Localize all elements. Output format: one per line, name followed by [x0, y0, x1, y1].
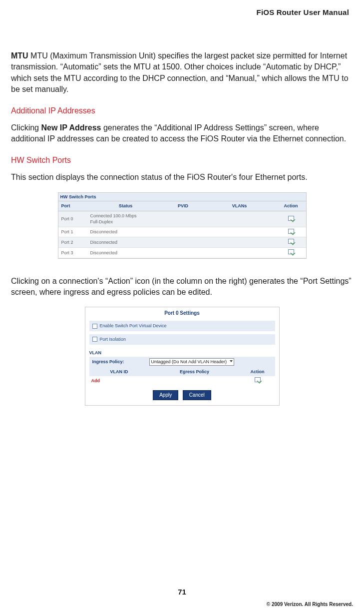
port-settings-panel: Port 0 Settings Enable Switch Port Virtu… — [85, 307, 280, 406]
ingress-policy-dropdown[interactable]: Untagged (Do Not Add VLAN Header) — [149, 358, 235, 366]
cell-pvid — [163, 211, 203, 227]
heading-hw-switch-ports: HW Switch Ports — [11, 155, 353, 166]
mtu-paragraph: MTU MTU (Maximum Transmission Unit) spec… — [11, 50, 353, 95]
ingress-policy-label: Ingress Policy: — [92, 359, 124, 365]
cell-status: Disconnected — [88, 248, 163, 258]
table-title: HW Switch Ports — [58, 193, 306, 202]
col-status: Status — [88, 201, 163, 211]
additional-ip-paragraph: Clicking New IP Address generates the “A… — [11, 122, 353, 145]
table-row: Port 3 Disconnected — [58, 248, 306, 258]
table-row: Port 1 Disconnected — [58, 227, 306, 237]
copyright: © 2009 Verizon. All Rights Reserved. — [267, 602, 353, 607]
option-label: Port Isolation — [100, 336, 126, 343]
cell-status: Disconnected — [88, 227, 163, 237]
table-row: Port 2 Disconnected — [58, 237, 306, 248]
edit-icon[interactable] — [288, 229, 294, 234]
table-row: Add — [89, 376, 275, 385]
port-settings-paragraph: Clicking on a connection's “Action” icon… — [11, 276, 353, 298]
col-action: Action — [276, 201, 306, 211]
cell-port: Port 2 — [58, 237, 88, 248]
hw-switch-ports-table: HW Switch Ports Port Status PVID VLANs A… — [58, 192, 307, 259]
text-fragment: Clicking — [11, 123, 41, 132]
edit-icon[interactable] — [288, 216, 294, 221]
hw-switch-intro: This section displays the connection sta… — [11, 172, 353, 183]
cell-status: Disconnected — [88, 237, 163, 248]
cell-vlans — [203, 211, 276, 227]
option-row: Port Isolation — [89, 334, 275, 345]
cell-port: Port 0 — [58, 211, 88, 227]
col-vlan-id: VLAN ID — [89, 367, 149, 377]
add-icon[interactable] — [255, 377, 261, 382]
col-vlans: VLANs — [203, 201, 276, 211]
option-label: Enable Switch Port Virtual Device — [100, 323, 167, 329]
col-egress-policy: Egress Policy — [149, 367, 240, 377]
cell-status: Connected 100.0 Mbps Full-Duplex — [88, 211, 163, 227]
vlan-section-label: VLAN — [89, 350, 275, 356]
table-row: Port 0 Connected 100.0 Mbps Full-Duplex — [58, 211, 306, 227]
mtu-label: MTU — [11, 51, 28, 60]
checkbox-enable-virtual-device[interactable] — [92, 324, 97, 329]
option-row: Enable Switch Port Virtual Device — [89, 321, 275, 331]
col-pvid: PVID — [163, 201, 203, 211]
panel-title: Port 0 Settings — [85, 307, 279, 321]
heading-additional-ip: Additional IP Addresses — [11, 105, 353, 116]
ingress-policy-row: Ingress Policy: Untagged (Do Not Add VLA… — [89, 357, 275, 367]
cell-port: Port 3 — [58, 248, 88, 258]
page-header: FiOS Router User Manual — [11, 0, 353, 16]
page-number: 71 — [0, 588, 364, 596]
edit-icon[interactable] — [288, 239, 294, 244]
col-action: Action — [240, 367, 275, 377]
checkbox-port-isolation[interactable] — [92, 337, 97, 342]
add-link[interactable]: Add — [91, 378, 100, 383]
mtu-text: MTU (Maximum Transmission Unit) specifie… — [11, 51, 349, 93]
new-ip-address-label: New IP Address — [41, 123, 101, 132]
cancel-button[interactable]: Cancel — [183, 390, 211, 400]
apply-button[interactable]: Apply — [153, 390, 178, 400]
cell-port: Port 1 — [58, 227, 88, 237]
col-port: Port — [58, 201, 88, 211]
edit-icon[interactable] — [288, 249, 294, 254]
